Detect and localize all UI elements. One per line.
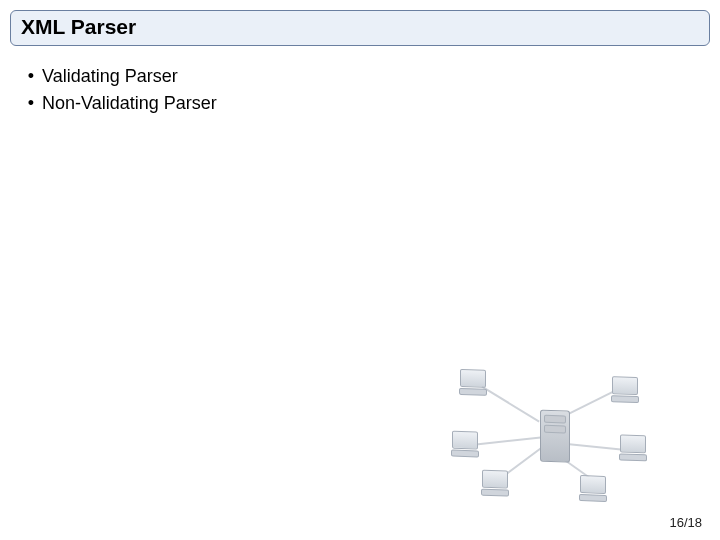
link-line (562, 442, 626, 451)
computer-icon (610, 376, 640, 401)
bullet-icon: • (20, 91, 42, 116)
network-illustration (450, 367, 650, 504)
body-content: • Validating Parser • Non-Validating Par… (20, 62, 680, 118)
server-icon (540, 410, 570, 463)
slide-title: XML Parser (21, 15, 136, 38)
list-item: • Non-Validating Parser (20, 91, 680, 116)
link-line (482, 386, 540, 423)
bullet-text: Non-Validating Parser (42, 91, 680, 116)
computer-icon (480, 470, 510, 495)
computer-icon (578, 475, 608, 500)
bullet-icon: • (20, 64, 42, 89)
computer-icon (458, 369, 488, 394)
title-box: XML Parser (10, 10, 710, 46)
slide: XML Parser • Validating Parser • Non-Val… (0, 0, 720, 540)
page-number: 16/18 (669, 515, 702, 530)
link-line (476, 436, 546, 445)
computer-icon (618, 434, 648, 459)
bullet-text: Validating Parser (42, 64, 680, 89)
computer-icon (450, 431, 480, 456)
list-item: • Validating Parser (20, 64, 680, 89)
